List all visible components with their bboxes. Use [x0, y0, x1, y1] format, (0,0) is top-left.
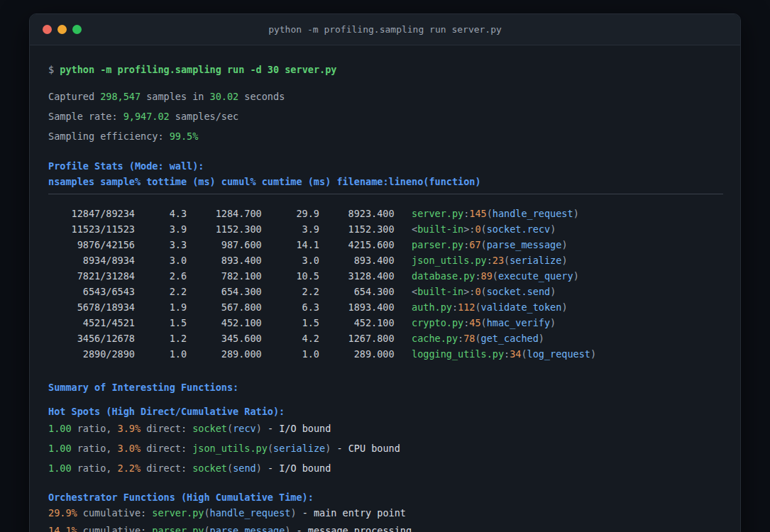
tottime-value: 654.300 — [187, 284, 262, 299]
hot-spots-title: Hot Spots (High Direct/Cumulative Ratio)… — [48, 404, 723, 419]
paren: ) — [561, 239, 567, 250]
minimize-button[interactable] — [57, 25, 67, 34]
cumul-pct-value: 3.0 — [262, 253, 319, 268]
sample-rate-label: Sample rate: — [48, 109, 118, 123]
prompt-symbol: $ — [48, 62, 54, 77]
close-button[interactable] — [43, 25, 52, 34]
location: cache.py:78(get_cached) — [412, 333, 544, 344]
function-name: parse_message — [210, 525, 285, 532]
target-name: socket — [192, 462, 227, 474]
paren: ) — [256, 462, 262, 474]
location: auth.py:112(validate_token) — [412, 301, 568, 313]
cumulative-label: cumulative: — [77, 525, 153, 532]
paren: ( — [204, 507, 209, 519]
paren: ) — [561, 301, 567, 313]
paren: ) — [573, 270, 579, 282]
tottime-value: 893.400 — [187, 253, 262, 268]
function-name: send — [233, 462, 256, 474]
cumtime-value: 4215.600 — [319, 237, 395, 253]
colon: : — [452, 301, 458, 313]
line-number: 34 — [510, 348, 521, 360]
direct-label: direct: — [141, 423, 192, 434]
function-name: serialize — [273, 443, 325, 454]
hot-spots-rows: 1.00 ratio, 3.9% direct: socket(recv) - … — [48, 419, 723, 478]
sample-pct-value: 2.2 — [135, 284, 187, 299]
function-name: socket.send — [487, 286, 550, 297]
line-number: 0 — [475, 286, 480, 297]
target-name: socket — [192, 423, 227, 434]
file-name: built-in — [417, 223, 463, 235]
nsamples-value: 6543/6543 — [48, 284, 135, 299]
file-name: logging_utils.py — [412, 348, 504, 360]
file-bracket: < — [412, 223, 417, 235]
colon: : — [504, 348, 510, 360]
paren: ( — [481, 286, 487, 297]
cumul-pct-value: 29.9 — [262, 206, 319, 221]
captured-samples-value: 298,547 — [100, 89, 141, 104]
direct-pct-value: 3.9% — [118, 423, 141, 434]
efficiency-value: 99.5% — [170, 129, 199, 143]
role-note: - main entry point — [297, 507, 406, 519]
location: logging_utils.py:34(log_request) — [412, 348, 596, 360]
function-name: serialize — [510, 255, 561, 266]
cumtime-value: 3128.400 — [319, 268, 395, 284]
sample-pct-value: 4.3 — [135, 206, 187, 221]
cumtime-value: 893.400 — [319, 253, 395, 268]
line-number: 78 — [463, 333, 475, 344]
hot-spot-row: 1.00 ratio, 3.9% direct: socket(recv) - … — [48, 419, 723, 438]
paren: ( — [487, 208, 493, 219]
cumul-pct-value: 3.9 — [262, 221, 319, 237]
tottime-value: 1152.300 — [187, 221, 262, 237]
captured-label: Captured — [48, 89, 94, 104]
cumtime-value: 1152.300 — [319, 221, 395, 237]
nsamples-value: 3456/12678 — [48, 331, 135, 346]
function-name: execute_query — [498, 270, 573, 282]
paren: ) — [590, 348, 596, 360]
stats-table-row: 6543/65432.2654.3002.2654.300<built-in>:… — [48, 284, 723, 299]
terminal-titlebar: python -m profiling.sampling run server.… — [30, 14, 740, 45]
orchestrators-title: Orchestrator Functions (High Cumulative … — [48, 490, 723, 504]
sample-rate-value: 9,947.02 — [123, 109, 170, 123]
function-name: hmac_verify — [487, 317, 550, 328]
file-name: database.py — [412, 270, 475, 282]
stats-rows: 12847/892344.31284.70029.98923.400server… — [48, 206, 723, 362]
cumul-pct-value: 4.2 — [262, 331, 319, 346]
paren: ) — [550, 286, 556, 297]
cumtime-value: 1893.400 — [319, 299, 395, 315]
paren: ) — [561, 255, 567, 266]
terminal-content[interactable]: $ python -m profiling.sampling run -d 30… — [30, 45, 740, 532]
direct-pct-value: 3.0% — [118, 443, 141, 454]
ratio-label: ratio, — [72, 443, 118, 454]
nsamples-value: 7821/31284 — [48, 268, 135, 284]
tottime-value: 987.600 — [187, 237, 262, 253]
paren: ( — [481, 223, 487, 235]
line-number: 23 — [493, 255, 504, 266]
stats-table-row: 3456/126781.2345.6004.21267.800cache.py:… — [48, 331, 723, 346]
colon: : — [487, 255, 493, 266]
paren: ( — [268, 443, 273, 454]
cumulative-label: cumulative: — [77, 507, 153, 519]
captured-middle: samples in — [146, 89, 204, 104]
file-name: built-in — [417, 286, 463, 297]
zoom-button[interactable] — [72, 25, 82, 34]
nsamples-value: 12847/89234 — [48, 206, 135, 221]
tottime-value: 289.000 — [187, 346, 262, 362]
file-name: auth.py — [412, 301, 452, 313]
role-note: - message processing — [290, 525, 412, 532]
direct-label: direct: — [141, 462, 192, 474]
paren: ( — [227, 423, 233, 434]
file-name: parser.py — [412, 239, 463, 250]
paren: ( — [481, 239, 487, 250]
stats-table-row: 4521/45211.5452.1001.5452.100crypto.py:4… — [48, 315, 723, 331]
tottime-value: 782.100 — [187, 268, 262, 284]
stats-table-row: 2890/28901.0289.0001.0289.000logging_uti… — [48, 346, 723, 362]
tottime-value: 345.600 — [187, 331, 262, 346]
nsamples-value: 9876/42156 — [48, 237, 135, 253]
ratio-label: ratio, — [72, 423, 118, 434]
cumtime-value: 8923.400 — [319, 206, 395, 221]
ratio-value: 1.00 — [48, 462, 72, 474]
paren: ( — [204, 525, 209, 532]
nsamples-value: 5678/18934 — [48, 299, 135, 315]
stats-table-row: 11523/115233.91152.3003.91152.300<built-… — [48, 221, 723, 237]
ratio-value: 1.00 — [48, 443, 72, 454]
